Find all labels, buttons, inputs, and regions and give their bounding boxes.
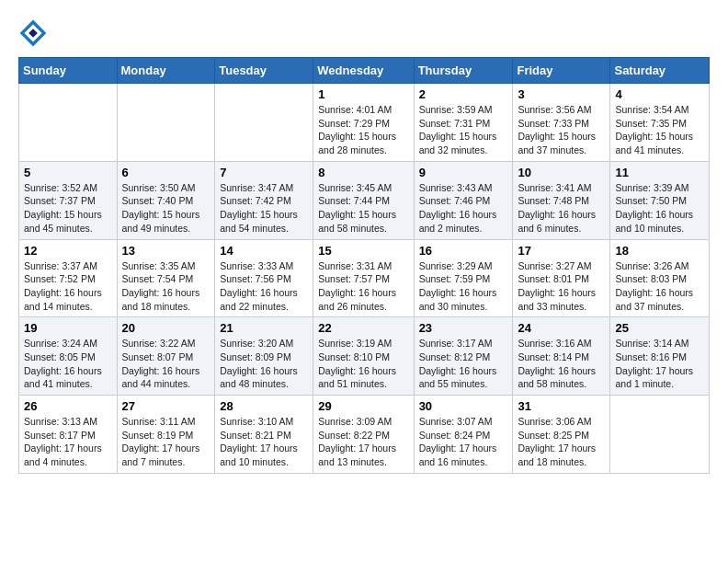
day-number: 29 bbox=[318, 399, 408, 413]
calendar-cell: 23Sunrise: 3:17 AM Sunset: 8:12 PM Dayli… bbox=[414, 317, 513, 396]
calendar-cell: 20Sunrise: 3:22 AM Sunset: 8:07 PM Dayli… bbox=[117, 317, 215, 396]
calendar-cell bbox=[19, 84, 118, 162]
day-number: 19 bbox=[24, 321, 112, 335]
calendar-cell: 9Sunrise: 3:43 AM Sunset: 7:46 PM Daylig… bbox=[414, 161, 513, 239]
calendar-cell: 25Sunrise: 3:14 AM Sunset: 8:16 PM Dayli… bbox=[610, 317, 710, 396]
calendar-cell bbox=[117, 84, 215, 162]
day-number: 25 bbox=[615, 321, 704, 335]
day-info: Sunrise: 3:16 AM Sunset: 8:14 PM Dayligh… bbox=[518, 337, 605, 391]
day-number: 27 bbox=[122, 399, 210, 413]
day-info: Sunrise: 3:37 AM Sunset: 7:52 PM Dayligh… bbox=[24, 259, 112, 314]
day-info: Sunrise: 3:35 AM Sunset: 7:54 PM Dayligh… bbox=[122, 259, 210, 314]
day-number: 23 bbox=[419, 321, 508, 335]
calendar-cell: 7Sunrise: 3:47 AM Sunset: 7:42 PM Daylig… bbox=[215, 161, 313, 239]
day-info: Sunrise: 3:13 AM Sunset: 8:17 PM Dayligh… bbox=[24, 415, 112, 469]
day-info: Sunrise: 3:50 AM Sunset: 7:40 PM Dayligh… bbox=[122, 181, 210, 236]
day-number: 7 bbox=[220, 166, 308, 179]
calendar-cell: 22Sunrise: 3:19 AM Sunset: 8:10 PM Dayli… bbox=[313, 317, 414, 396]
day-info: Sunrise: 3:56 AM Sunset: 7:33 PM Dayligh… bbox=[518, 103, 605, 157]
day-info: Sunrise: 3:59 AM Sunset: 7:31 PM Dayligh… bbox=[419, 103, 508, 157]
day-info: Sunrise: 3:19 AM Sunset: 8:10 PM Dayligh… bbox=[318, 337, 408, 391]
day-info: Sunrise: 3:24 AM Sunset: 8:05 PM Dayligh… bbox=[24, 337, 112, 391]
calendar-week-row: 12Sunrise: 3:37 AM Sunset: 7:52 PM Dayli… bbox=[19, 239, 710, 317]
calendar-cell: 19Sunrise: 3:24 AM Sunset: 8:05 PM Dayli… bbox=[19, 317, 118, 396]
calendar-table: SundayMondayTuesdayWednesdayThursdayFrid… bbox=[18, 57, 710, 474]
day-number: 11 bbox=[615, 166, 704, 179]
day-info: Sunrise: 3:09 AM Sunset: 8:22 PM Dayligh… bbox=[318, 415, 408, 469]
calendar-week-row: 1Sunrise: 4:01 AM Sunset: 7:29 PM Daylig… bbox=[19, 84, 710, 162]
weekday-header: Sunday bbox=[19, 58, 118, 84]
day-number: 22 bbox=[318, 321, 408, 335]
calendar-cell: 18Sunrise: 3:26 AM Sunset: 8:03 PM Dayli… bbox=[610, 239, 710, 317]
day-info: Sunrise: 3:43 AM Sunset: 7:46 PM Dayligh… bbox=[419, 181, 508, 236]
day-info: Sunrise: 3:45 AM Sunset: 7:44 PM Dayligh… bbox=[318, 181, 408, 236]
day-number: 3 bbox=[518, 87, 605, 101]
day-info: Sunrise: 3:29 AM Sunset: 7:59 PM Dayligh… bbox=[419, 259, 508, 314]
day-info: Sunrise: 3:31 AM Sunset: 7:57 PM Dayligh… bbox=[318, 259, 408, 314]
calendar-cell: 11Sunrise: 3:39 AM Sunset: 7:50 PM Dayli… bbox=[610, 161, 710, 239]
day-number: 12 bbox=[24, 244, 112, 258]
day-info: Sunrise: 3:26 AM Sunset: 8:03 PM Dayligh… bbox=[615, 259, 704, 314]
day-info: Sunrise: 3:52 AM Sunset: 7:37 PM Dayligh… bbox=[24, 181, 112, 236]
day-number: 28 bbox=[220, 399, 308, 413]
day-number: 30 bbox=[419, 399, 508, 413]
calendar-cell bbox=[610, 396, 710, 474]
day-number: 2 bbox=[419, 87, 508, 101]
day-number: 15 bbox=[318, 244, 408, 258]
page-header bbox=[18, 18, 710, 48]
day-info: Sunrise: 3:54 AM Sunset: 7:35 PM Dayligh… bbox=[615, 103, 704, 157]
calendar-cell: 10Sunrise: 3:41 AM Sunset: 7:48 PM Dayli… bbox=[513, 161, 610, 239]
logo-icon bbox=[18, 18, 48, 48]
day-info: Sunrise: 3:47 AM Sunset: 7:42 PM Dayligh… bbox=[220, 181, 308, 236]
weekday-header: Friday bbox=[513, 58, 610, 84]
calendar-cell: 21Sunrise: 3:20 AM Sunset: 8:09 PM Dayli… bbox=[215, 317, 313, 396]
day-number: 13 bbox=[122, 244, 210, 258]
calendar-cell: 1Sunrise: 4:01 AM Sunset: 7:29 PM Daylig… bbox=[313, 84, 414, 162]
day-number: 18 bbox=[615, 244, 704, 258]
calendar-cell: 27Sunrise: 3:11 AM Sunset: 8:19 PM Dayli… bbox=[117, 396, 215, 474]
day-info: Sunrise: 3:14 AM Sunset: 8:16 PM Dayligh… bbox=[615, 337, 704, 391]
calendar-cell: 2Sunrise: 3:59 AM Sunset: 7:31 PM Daylig… bbox=[414, 84, 513, 162]
day-info: Sunrise: 3:07 AM Sunset: 8:24 PM Dayligh… bbox=[419, 415, 508, 469]
weekday-header: Tuesday bbox=[215, 58, 313, 84]
weekday-header: Saturday bbox=[610, 58, 710, 84]
day-number: 5 bbox=[24, 166, 112, 179]
calendar-cell: 13Sunrise: 3:35 AM Sunset: 7:54 PM Dayli… bbox=[117, 239, 215, 317]
day-info: Sunrise: 3:17 AM Sunset: 8:12 PM Dayligh… bbox=[419, 337, 508, 391]
day-info: Sunrise: 3:22 AM Sunset: 8:07 PM Dayligh… bbox=[122, 337, 210, 391]
day-number: 14 bbox=[220, 244, 308, 258]
calendar-week-row: 19Sunrise: 3:24 AM Sunset: 8:05 PM Dayli… bbox=[19, 317, 710, 396]
day-number: 8 bbox=[318, 166, 408, 179]
day-info: Sunrise: 3:11 AM Sunset: 8:19 PM Dayligh… bbox=[122, 415, 210, 469]
day-number: 31 bbox=[518, 399, 605, 413]
calendar-cell: 12Sunrise: 3:37 AM Sunset: 7:52 PM Dayli… bbox=[19, 239, 118, 317]
day-number: 24 bbox=[518, 321, 605, 335]
calendar-cell: 5Sunrise: 3:52 AM Sunset: 7:37 PM Daylig… bbox=[19, 161, 118, 239]
calendar-cell: 30Sunrise: 3:07 AM Sunset: 8:24 PM Dayli… bbox=[414, 396, 513, 474]
calendar-cell: 31Sunrise: 3:06 AM Sunset: 8:25 PM Dayli… bbox=[513, 396, 610, 474]
calendar-cell: 29Sunrise: 3:09 AM Sunset: 8:22 PM Dayli… bbox=[313, 396, 414, 474]
calendar-cell: 14Sunrise: 3:33 AM Sunset: 7:56 PM Dayli… bbox=[215, 239, 313, 317]
day-info: Sunrise: 3:41 AM Sunset: 7:48 PM Dayligh… bbox=[518, 181, 605, 236]
day-info: Sunrise: 3:27 AM Sunset: 8:01 PM Dayligh… bbox=[518, 259, 605, 314]
calendar-cell: 24Sunrise: 3:16 AM Sunset: 8:14 PM Dayli… bbox=[513, 317, 610, 396]
day-info: Sunrise: 3:06 AM Sunset: 8:25 PM Dayligh… bbox=[518, 415, 605, 469]
day-number: 20 bbox=[122, 321, 210, 335]
day-info: Sunrise: 3:20 AM Sunset: 8:09 PM Dayligh… bbox=[220, 337, 308, 391]
calendar-week-row: 5Sunrise: 3:52 AM Sunset: 7:37 PM Daylig… bbox=[19, 161, 710, 239]
calendar-cell: 16Sunrise: 3:29 AM Sunset: 7:59 PM Dayli… bbox=[414, 239, 513, 317]
calendar-cell: 3Sunrise: 3:56 AM Sunset: 7:33 PM Daylig… bbox=[513, 84, 610, 162]
weekday-header: Monday bbox=[117, 58, 215, 84]
day-number: 6 bbox=[122, 166, 210, 179]
day-info: Sunrise: 3:33 AM Sunset: 7:56 PM Dayligh… bbox=[220, 259, 308, 314]
day-info: Sunrise: 3:10 AM Sunset: 8:21 PM Dayligh… bbox=[220, 415, 308, 469]
calendar-cell: 6Sunrise: 3:50 AM Sunset: 7:40 PM Daylig… bbox=[117, 161, 215, 239]
day-info: Sunrise: 3:39 AM Sunset: 7:50 PM Dayligh… bbox=[615, 181, 704, 236]
calendar-cell: 15Sunrise: 3:31 AM Sunset: 7:57 PM Dayli… bbox=[313, 239, 414, 317]
day-info: Sunrise: 4:01 AM Sunset: 7:29 PM Dayligh… bbox=[318, 103, 408, 157]
day-number: 21 bbox=[220, 321, 308, 335]
calendar-cell: 8Sunrise: 3:45 AM Sunset: 7:44 PM Daylig… bbox=[313, 161, 414, 239]
calendar-cell: 26Sunrise: 3:13 AM Sunset: 8:17 PM Dayli… bbox=[19, 396, 118, 474]
logo bbox=[18, 18, 51, 48]
day-number: 10 bbox=[518, 166, 605, 179]
